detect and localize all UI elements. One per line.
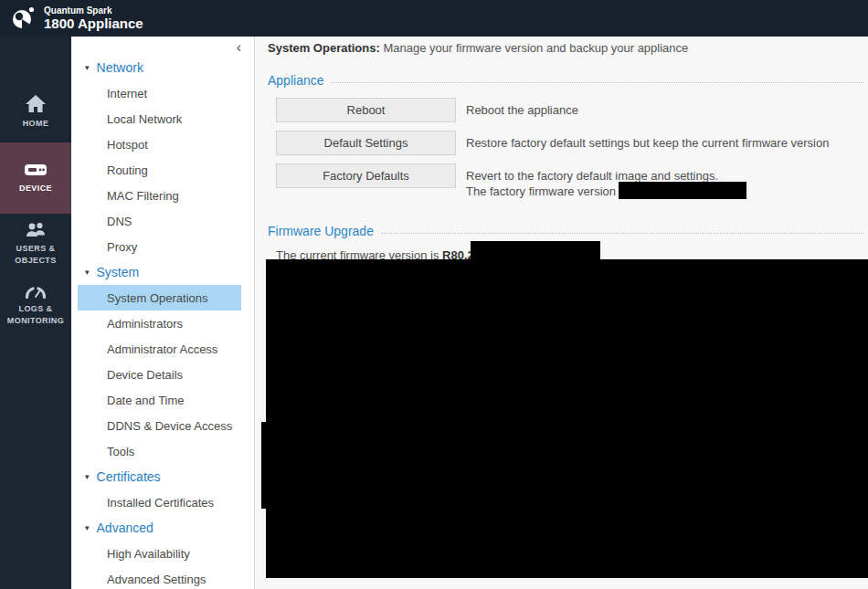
sidebar-item-device[interactable]: DEVICE bbox=[0, 142, 71, 214]
caret-down-icon: ▾ bbox=[85, 63, 90, 72]
collapse-panel-icon[interactable]: ‹ bbox=[237, 39, 241, 56]
nav-item-advanced-settings[interactable]: Advanced Settings bbox=[71, 566, 254, 589]
redacted-region bbox=[266, 259, 868, 578]
nav-item-ddns-device-access[interactable]: DDNS & Device Access bbox=[71, 413, 254, 438]
nav-item-tools[interactable]: Tools bbox=[71, 438, 254, 464]
nav-group-network[interactable]: ▾ Network bbox=[71, 55, 254, 80]
nav-item-high-availability[interactable]: High Availability bbox=[71, 541, 254, 566]
section-divider bbox=[332, 82, 864, 83]
page-title: System Operations: Manage your firmware … bbox=[268, 41, 688, 55]
nav-group-label: Network bbox=[97, 60, 143, 75]
reboot-button[interactable]: Reboot bbox=[276, 98, 456, 122]
nav-item-administrators[interactable]: Administrators bbox=[71, 310, 254, 336]
nav-item-date-and-time[interactable]: Date and Time bbox=[71, 387, 254, 413]
redacted-region bbox=[261, 422, 267, 509]
redacted-current-version bbox=[471, 241, 600, 260]
redacted-factory-version bbox=[619, 182, 746, 199]
nav-item-dns[interactable]: DNS bbox=[71, 208, 254, 234]
brand-block: Quantum Spark 1800 Appliance bbox=[44, 5, 143, 31]
nav-item-internet[interactable]: Internet bbox=[71, 80, 254, 106]
checkpoint-logo-icon bbox=[11, 5, 36, 31]
nav-group-system[interactable]: ▾ System bbox=[71, 259, 254, 285]
appliance-icon bbox=[23, 162, 48, 178]
nav-item-installed-certificates[interactable]: Installed Certificates bbox=[71, 489, 254, 515]
section-firmware-header: Firmware Upgrade bbox=[268, 224, 863, 238]
sidebar-item-label: HOME bbox=[6, 118, 65, 131]
section-label: Appliance bbox=[268, 73, 324, 88]
caret-down-icon: ▾ bbox=[85, 472, 90, 481]
nav-item-system-operations[interactable]: System Operations bbox=[78, 285, 241, 310]
section-label: Firmware Upgrade bbox=[268, 224, 374, 238]
sidebar-item-logs-monitoring[interactable]: LOGS & MONITORING bbox=[0, 278, 71, 334]
sidebar-item-users-objects[interactable]: USERS & OBJECTS bbox=[0, 217, 71, 270]
factory-defaults-button[interactable]: Factory Defaults bbox=[276, 163, 456, 188]
caret-down-icon: ▾ bbox=[85, 523, 90, 532]
nav-item-routing[interactable]: Routing bbox=[71, 157, 254, 183]
app-window: Quantum Spark 1800 Appliance HOME DEVICE bbox=[0, 0, 868, 589]
nav-item-administrator-access[interactable]: Administrator Access bbox=[71, 336, 254, 362]
section-divider bbox=[381, 233, 863, 234]
default-settings-description: Restore factory default settings but kee… bbox=[466, 135, 829, 151]
default-settings-button[interactable]: Default Settings bbox=[276, 131, 456, 155]
nav-group-label: Advanced bbox=[97, 521, 153, 535]
gauge-icon bbox=[24, 285, 48, 299]
users-icon bbox=[24, 221, 48, 238]
sidebar-item-home[interactable]: HOME bbox=[0, 88, 71, 137]
brand-name: Quantum Spark bbox=[44, 5, 143, 16]
section-appliance-header: Appliance bbox=[268, 73, 863, 88]
page-title-rest: Manage your firmware version and backup … bbox=[380, 41, 688, 55]
sidebar-item-label: USERS & OBJECTS bbox=[6, 243, 65, 268]
sidebar-item-label: DEVICE bbox=[6, 183, 65, 195]
nav-group-label: Certificates bbox=[97, 469, 161, 484]
nav-group-advanced[interactable]: ▾ Advanced bbox=[71, 515, 254, 541]
nav-group-label: System bbox=[97, 265, 140, 279]
main-sidebar: HOME DEVICE USERS & OBJECTS bbox=[0, 37, 71, 589]
nav-group-certificates[interactable]: ▾ Certificates bbox=[71, 464, 254, 489]
nav-tree: ▾ Network Internet Local Network Hotspot… bbox=[71, 55, 254, 589]
nav-item-local-network[interactable]: Local Network bbox=[71, 106, 254, 131]
caret-down-icon: ▾ bbox=[85, 268, 90, 277]
reboot-description: Reboot the appliance bbox=[466, 102, 578, 118]
nav-item-hotspot[interactable]: Hotspot bbox=[71, 131, 254, 157]
home-icon bbox=[25, 94, 47, 113]
nav-item-mac-filtering[interactable]: MAC Filtering bbox=[71, 183, 254, 208]
sidebar-item-label: LOGS & MONITORING bbox=[6, 303, 65, 328]
top-bar: Quantum Spark 1800 Appliance bbox=[0, 0, 868, 37]
brand-model: 1800 Appliance bbox=[44, 16, 143, 32]
device-nav-panel: ‹ ▾ Network Internet Local Network Hotsp… bbox=[71, 37, 255, 589]
nav-item-proxy[interactable]: Proxy bbox=[71, 234, 254, 259]
page-title-bold: System Operations: bbox=[268, 41, 380, 55]
nav-item-device-details[interactable]: Device Details bbox=[71, 362, 254, 387]
main-content: System Operations: Manage your firmware … bbox=[255, 37, 868, 589]
